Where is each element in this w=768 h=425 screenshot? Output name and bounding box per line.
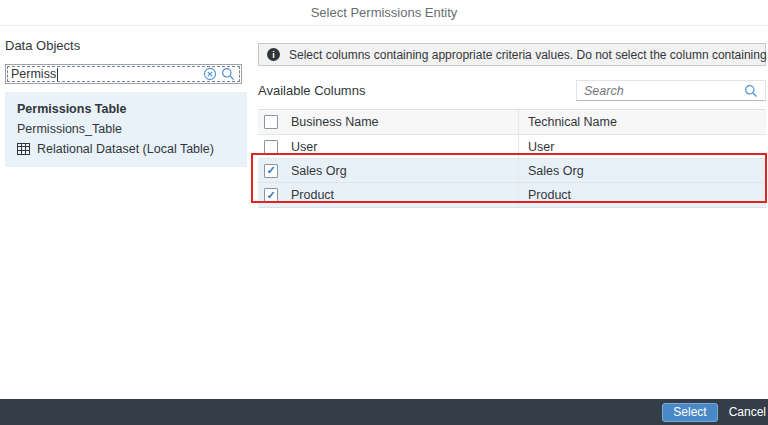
columns-search-input[interactable]: Search [576, 80, 766, 101]
search-placeholder: Search [584, 84, 742, 98]
text-caret [57, 68, 58, 81]
data-objects-search-input[interactable]: Permiss [5, 64, 242, 84]
table-body: ✓UserUser✓Sales OrgSales Org✓ProductProd… [258, 135, 766, 207]
available-columns-table: ✓ Business Name Technical Name ✓UserUser… [258, 109, 766, 208]
list-item-permissions-table[interactable]: Permissions_Table [5, 119, 247, 139]
business-name-cell: Sales Org [290, 159, 519, 182]
column-header-business-name: Business Name [290, 110, 519, 134]
dialog-footer: Select Cancel [0, 399, 768, 425]
list-item-label: Relational Dataset (Local Table) [37, 142, 214, 156]
info-icon: i [267, 48, 280, 61]
select-button[interactable]: Select [662, 403, 717, 422]
cancel-button[interactable]: Cancel [729, 405, 766, 419]
search-icon[interactable] [219, 66, 237, 82]
row-checkbox[interactable]: ✓ [264, 164, 278, 178]
list-group-header: Permissions Table [5, 99, 247, 119]
technical-name-cell: Product [519, 183, 766, 207]
dialog-header: Select Permissions Entity [0, 0, 768, 26]
clear-search-icon[interactable] [201, 66, 219, 82]
row-checkbox[interactable]: ✓ [264, 188, 278, 202]
business-name-cell: User [290, 135, 519, 158]
technical-name-cell: User [519, 135, 766, 158]
data-objects-list: Permissions Table Permissions_Table Rela… [5, 92, 247, 167]
available-columns-panel: i Select columns containing appropriate … [258, 26, 766, 208]
table-row[interactable]: ✓Sales OrgSales Org [258, 159, 766, 183]
data-objects-label: Data Objects [5, 38, 248, 53]
column-header-technical-name: Technical Name [519, 110, 766, 134]
technical-name-cell: Sales Org [519, 159, 766, 182]
table-row[interactable]: ✓ProductProduct [258, 183, 766, 207]
grid-table-icon [17, 143, 30, 155]
info-message-strip: i Select columns containing appropriate … [258, 43, 766, 66]
table-header-row: ✓ Business Name Technical Name [258, 110, 766, 135]
search-input-value: Permiss [11, 67, 56, 81]
data-objects-panel: Data Objects Permiss Permissions Table [5, 26, 248, 167]
select-permissions-entity-dialog: Select Permissions Entity Data Objects P… [0, 0, 768, 425]
available-columns-title: Available Columns [258, 83, 365, 98]
row-checkbox[interactable]: ✓ [264, 140, 278, 154]
list-item-label: Permissions_Table [17, 122, 122, 136]
list-item-relational-dataset[interactable]: Relational Dataset (Local Table) [5, 139, 247, 159]
select-all-checkbox[interactable]: ✓ [264, 115, 278, 129]
table-row[interactable]: ✓UserUser [258, 135, 766, 159]
business-name-cell: Product [290, 183, 519, 207]
info-message-text: Select columns containing appropriate cr… [289, 48, 768, 62]
dialog-title: Select Permissions Entity [311, 5, 458, 20]
search-icon[interactable] [742, 83, 760, 99]
